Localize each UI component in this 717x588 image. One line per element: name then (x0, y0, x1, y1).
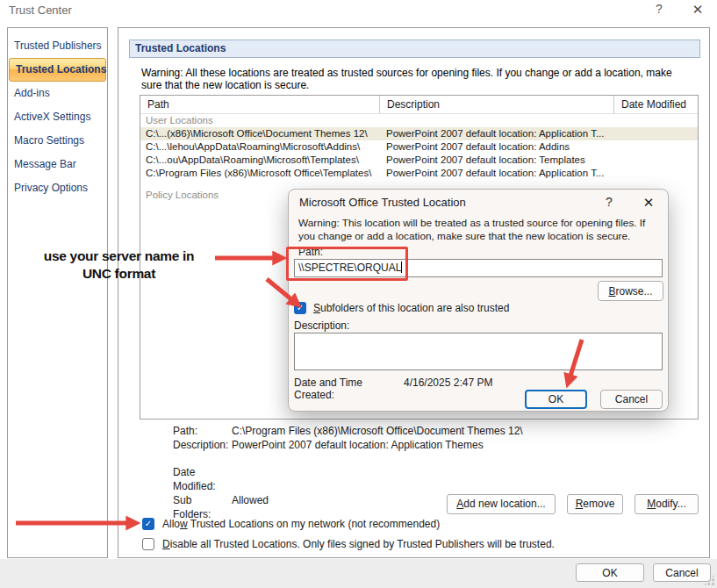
detail-description-value: PowerPoint 2007 default location: Applic… (232, 438, 484, 452)
sidebar-item-macro-settings[interactable]: Macro Settings (8, 129, 107, 153)
table-row[interactable]: C:\Program Files (x86)\Microsoft Office\… (140, 167, 698, 180)
footer-bar: OK Cancel (0, 559, 717, 588)
cancel-button[interactable]: Cancel (653, 563, 711, 582)
cell-description: PowerPoint 2007 default location: Templa… (379, 154, 613, 167)
cell-date-modified (613, 127, 698, 140)
sidebar: Trusted Publishers Trusted Locations Add… (7, 27, 108, 558)
help-icon[interactable]: ? (651, 2, 667, 16)
sidebar-item-add-ins[interactable]: Add-ins (8, 82, 107, 105)
ok-button[interactable]: OK (576, 563, 644, 582)
cell-date-modified (613, 167, 698, 180)
column-header-date-modified[interactable]: Date Modified (613, 96, 698, 113)
disable-all-locations-row: Disable all Trusted Locations. Only file… (142, 537, 555, 551)
detail-description-label: Description: (173, 438, 232, 452)
browse-button[interactable]: Browse... (598, 281, 663, 301)
table-row[interactable]: C:\...ou\AppData\Roaming\Microsoft\Templ… (140, 154, 698, 167)
allow-network-locations-row: ✓ Allow Trusted Locations on my network … (142, 517, 440, 531)
created-row: Date and Time Created: 4/16/2025 2:47 PM (294, 376, 492, 401)
group-header-user-locations: User Locations (140, 114, 698, 127)
disable-all-checkbox[interactable] (142, 538, 154, 550)
warning-text: Warning: All these locations are treated… (141, 67, 692, 91)
description-input[interactable] (294, 333, 663, 370)
dialog-cancel-button[interactable]: Cancel (600, 390, 663, 409)
dialog-description-label: Description: (294, 319, 349, 332)
dialog-close-icon[interactable]: ✕ (640, 195, 657, 211)
remove-button[interactable]: Remove (567, 494, 623, 514)
sidebar-item-message-bar[interactable]: Message Bar (8, 153, 107, 176)
cell-date-modified (613, 140, 698, 154)
path-input-value: \\SPECTRE\ORQUAL (298, 262, 401, 274)
dialog-path-label: Path: (298, 246, 323, 258)
table-row[interactable]: C:\...(x86)\Microsoft Office\Document Th… (140, 127, 698, 140)
dialog-title: Microsoft Office Trusted Location (299, 196, 466, 209)
sidebar-item-activex-settings[interactable]: ActiveX Settings (8, 105, 107, 129)
table-row[interactable]: C:\...\lehou\AppData\Roaming\Microsoft\A… (140, 140, 698, 154)
text-caret (401, 262, 402, 273)
cell-description: PowerPoint 2007 default location: Applic… (379, 127, 613, 140)
created-label: Date and Time Created: (294, 376, 404, 401)
modify-button[interactable]: Modify... (635, 494, 699, 514)
cell-description: PowerPoint 2007 default location: Applic… (379, 167, 613, 180)
column-header-description[interactable]: Description (379, 96, 613, 113)
add-new-location-button[interactable]: Add new location... (447, 494, 556, 514)
path-input[interactable]: \\SPECTRE\ORQUAL (294, 259, 663, 277)
subfolders-label: Subfolders of this location are also tru… (313, 302, 509, 314)
detail-path-value: C:\Program Files (x86)\Microsoft Office\… (232, 424, 523, 438)
annotation-note-line1: use your server name in (25, 247, 213, 265)
sidebar-item-trusted-publishers[interactable]: Trusted Publishers (8, 34, 107, 58)
section-header: Trusted Locations (129, 39, 700, 58)
sidebar-item-trusted-locations[interactable]: Trusted Locations (9, 58, 106, 82)
sidebar-item-privacy-options[interactable]: Privacy Options (8, 176, 107, 200)
allow-network-label: Allow Trusted Locations on my network (n… (162, 518, 440, 530)
trusted-location-dialog: Microsoft Office Trusted Location ? ✕ Wa… (288, 189, 669, 412)
cell-description: PowerPoint 2007 default location: Addins (379, 140, 613, 154)
annotation-note: use your server name in UNC format (25, 247, 213, 283)
detail-date-modified-label: Date Modified: (173, 465, 232, 493)
cell-path: C:\...ou\AppData\Roaming\Microsoft\Templ… (140, 154, 379, 167)
subfolders-checkbox[interactable]: ✓ (294, 302, 306, 314)
created-value: 4/16/2025 2:47 PM (404, 376, 492, 401)
dialog-ok-button[interactable]: OK (525, 390, 587, 409)
close-icon[interactable]: ✕ (690, 2, 706, 18)
cell-path: C:\...(x86)\Microsoft Office\Document Th… (140, 127, 379, 140)
subfolders-row: ✓ Subfolders of this location are also t… (294, 301, 509, 315)
column-header-path[interactable]: Path (140, 98, 379, 111)
dialog-warning-text: Warning: This location will be treated a… (298, 217, 655, 243)
allow-network-checkbox[interactable]: ✓ (142, 518, 154, 530)
cell-path: C:\...\lehou\AppData\Roaming\Microsoft\A… (140, 140, 379, 154)
window-title: Trust Center (9, 4, 72, 17)
dialog-help-icon[interactable]: ? (601, 195, 617, 209)
disable-all-label: Disable all Trusted Locations. Only file… (162, 538, 555, 550)
detail-path-label: Path: (173, 424, 232, 438)
cell-path: C:\Program Files (x86)\Microsoft Office\… (140, 167, 379, 180)
cell-date-modified (613, 154, 698, 167)
table-header: Path Description Date Modified (140, 96, 698, 114)
trust-center-window: { "colors":{ "annotation-red":"#e5473f",… (0, 0, 717, 588)
annotation-note-line2: UNC format (25, 265, 213, 283)
